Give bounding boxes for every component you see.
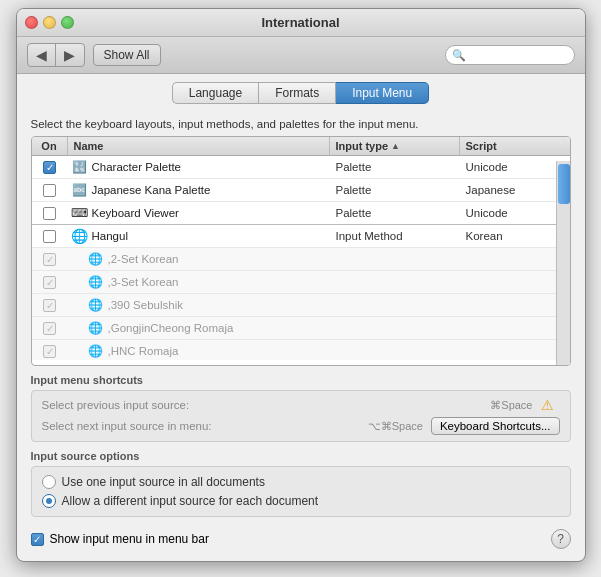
gongjin-icon: 🌐 xyxy=(88,320,104,336)
shortcut-key-1: ⌘Space xyxy=(490,399,532,412)
kana-palette-icon: 🔤 xyxy=(72,182,88,198)
shortcut-row-2: Select next input source in menu: ⌥⌘Spac… xyxy=(42,417,560,435)
main-window: International ◀ ▶ Show All 🔍 Language Fo… xyxy=(16,8,586,562)
help-button[interactable]: ? xyxy=(551,529,571,549)
table-row: ⌨ Keyboard Viewer Palette Unicode xyxy=(32,202,570,225)
radio-row-2[interactable]: Allow a different input source for each … xyxy=(42,494,560,508)
search-icon: 🔍 xyxy=(452,49,466,62)
3set-icon: 🌐 xyxy=(88,274,104,290)
table-body: ✓ 🔣 Character Palette Palette Unicode xyxy=(32,156,570,360)
keyboard-viewer-icon: ⌨ xyxy=(72,205,88,221)
maximize-button[interactable] xyxy=(61,16,74,29)
row-name-3: ⌨ Keyboard Viewer xyxy=(68,202,330,224)
tabs-bar: Language Formats Input Menu xyxy=(17,74,585,110)
shortcut-label-1: Select previous input source: xyxy=(42,399,491,411)
header-script: Script xyxy=(460,137,570,155)
toolbar: ◀ ▶ Show All 🔍 xyxy=(17,37,585,74)
back-button[interactable]: ◀ xyxy=(28,44,56,66)
table-row: ✓ 🌐 ,390 Sebulshik xyxy=(32,294,570,317)
hangul-icon: 🌐 xyxy=(72,228,88,244)
row-name-4: 🌐 Hangul xyxy=(68,225,330,247)
traffic-lights xyxy=(25,16,74,29)
row-checkbox-5[interactable]: ✓ xyxy=(32,250,68,269)
table-row: 🌐 Hangul Input Method Korean xyxy=(32,225,570,248)
window-title: International xyxy=(261,15,339,30)
table-row: ✓ 🔣 Character Palette Palette Unicode xyxy=(32,156,570,179)
forward-button[interactable]: ▶ xyxy=(56,44,84,66)
options-section: Use one input source in all documents Al… xyxy=(31,466,571,517)
shortcuts-section: Select previous input source: ⌘Space ⚠ S… xyxy=(31,390,571,442)
shortcut-key-2: ⌥⌘Space xyxy=(368,420,423,433)
description-text: Select the keyboard layouts, input metho… xyxy=(31,118,571,130)
390-icon: 🌐 xyxy=(88,297,104,313)
input-table: On Name Input type ▲ Script ✓ 🔣 Characte… xyxy=(31,136,571,366)
row-name-6: 🌐 ,3-Set Korean xyxy=(68,271,330,293)
table-row: ✓ 🌐 ,GongjinCheong Romaja xyxy=(32,317,570,340)
header-input-type[interactable]: Input type ▲ xyxy=(330,137,460,155)
search-input[interactable] xyxy=(469,49,568,61)
table-row: ✓ 🌐 ,HNC Romaja xyxy=(32,340,570,360)
warning-icon: ⚠ xyxy=(541,397,554,413)
show-menu-checkbox[interactable]: ✓ xyxy=(31,533,44,546)
sort-arrow-icon: ▲ xyxy=(391,141,400,151)
tab-formats[interactable]: Formats xyxy=(258,82,336,104)
2set-icon: 🌐 xyxy=(88,251,104,267)
tab-input-menu[interactable]: Input Menu xyxy=(336,82,429,104)
minimize-button[interactable] xyxy=(43,16,56,29)
row-name-5: 🌐 ,2-Set Korean xyxy=(68,248,330,270)
scrollbar-thumb[interactable] xyxy=(558,164,570,204)
row-checkbox-9[interactable]: ✓ xyxy=(32,342,68,361)
table-row: 🔤 Japanese Kana Palette Palette Japanese xyxy=(32,179,570,202)
row-checkbox-4[interactable] xyxy=(32,227,68,246)
content-area: Select the keyboard layouts, input metho… xyxy=(17,110,585,561)
table-row: ✓ 🌐 ,3-Set Korean xyxy=(32,271,570,294)
radio-one-source[interactable] xyxy=(42,475,56,489)
row-name-9: 🌐 ,HNC Romaja xyxy=(68,340,330,360)
radio-row-1[interactable]: Use one input source in all documents xyxy=(42,475,560,489)
shortcuts-section-label: Input menu shortcuts xyxy=(31,374,571,386)
show-menu-label: Show input menu in menu bar xyxy=(50,532,209,546)
hnc-icon: 🌐 xyxy=(88,343,104,359)
header-name: Name xyxy=(68,137,330,155)
row-checkbox-6[interactable]: ✓ xyxy=(32,273,68,292)
radio-label-2: Allow a different input source for each … xyxy=(62,494,319,508)
close-button[interactable] xyxy=(25,16,38,29)
shortcut-row-1: Select previous input source: ⌘Space ⚠ xyxy=(42,397,560,413)
nav-buttons: ◀ ▶ xyxy=(27,43,85,67)
row-checkbox-8[interactable]: ✓ xyxy=(32,319,68,338)
title-bar: International xyxy=(17,9,585,37)
row-name-1: 🔣 Character Palette xyxy=(68,156,330,178)
search-box: 🔍 xyxy=(445,45,575,65)
radio-label-1: Use one input source in all documents xyxy=(62,475,265,489)
table-header: On Name Input type ▲ Script xyxy=(32,137,570,156)
palette-icon: 🔣 xyxy=(72,159,88,175)
scrollbar-track[interactable] xyxy=(556,161,570,365)
options-section-label: Input source options xyxy=(31,450,571,462)
shortcut-label-2: Select next input source in menu: xyxy=(42,420,368,432)
header-on: On xyxy=(32,137,68,155)
row-name-7: 🌐 ,390 Sebulshik xyxy=(68,294,330,316)
tab-language[interactable]: Language xyxy=(172,82,258,104)
row-name-2: 🔤 Japanese Kana Palette xyxy=(68,179,330,201)
keyboard-shortcuts-button[interactable]: Keyboard Shortcuts... xyxy=(431,417,560,435)
row-name-8: 🌐 ,GongjinCheong Romaja xyxy=(68,317,330,339)
row-checkbox-2[interactable] xyxy=(32,181,68,200)
bottom-row: ✓ Show input menu in menu bar ? xyxy=(31,525,571,553)
show-all-button[interactable]: Show All xyxy=(93,44,161,66)
row-checkbox-3[interactable] xyxy=(32,204,68,223)
row-checkbox-7[interactable]: ✓ xyxy=(32,296,68,315)
table-row: ✓ 🌐 ,2-Set Korean xyxy=(32,248,570,271)
radio-dot xyxy=(46,498,52,504)
radio-different-source[interactable] xyxy=(42,494,56,508)
row-checkbox-1[interactable]: ✓ xyxy=(32,158,68,177)
